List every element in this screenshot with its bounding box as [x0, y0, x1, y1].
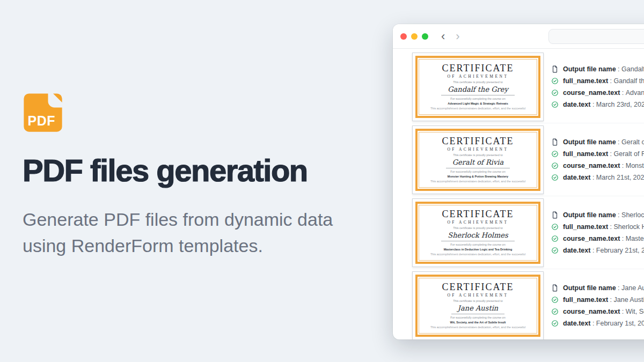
field-course-name: course_name.text : Wit, Soci: [551, 306, 644, 317]
close-window-button[interactable]: [400, 33, 407, 40]
field-full-name: full_name.text : Geralt of Riv: [551, 148, 644, 160]
check-circle-icon: [551, 235, 559, 242]
field-label: full_name.text: [563, 296, 608, 304]
zoom-window-button[interactable]: [422, 33, 428, 40]
result-row: CERTIFICATE OF ACHIEVEMENT This certific…: [412, 196, 644, 269]
field-separator: :: [616, 65, 621, 73]
field-separator: :: [620, 235, 625, 242]
file-icon: [551, 284, 559, 292]
field-list: Output file name : Geralt of R full_name…: [551, 136, 644, 183]
field-date: date.text : March 23rd, 2025: [551, 99, 644, 110]
certificate-thumbnail[interactable]: CERTIFICATE OF ACHIEVEMENT This certific…: [412, 271, 544, 340]
field-separator: :: [620, 162, 625, 169]
certificate-title: CERTIFICATE: [442, 63, 514, 73]
field-label: full_name.text: [563, 150, 608, 158]
field-date: date.text : February 21st, 20: [551, 245, 644, 256]
field-list: Output file name : Jane Aust full_name.t…: [551, 282, 644, 329]
field-label: date.text: [563, 101, 590, 108]
certificate-thumbnail[interactable]: CERTIFICATE OF ACHIEVEMENT This certific…: [412, 198, 544, 267]
check-circle-icon: [551, 308, 559, 315]
field-full-name: full_name.text : Sherlock Ho: [551, 221, 644, 233]
check-circle-icon: [551, 77, 559, 85]
file-icon: [551, 138, 559, 146]
certificate-for-line: For successfully completing the course o…: [450, 97, 505, 100]
certificate-for-line: For successfully completing the course o…: [450, 170, 505, 173]
certificate-body: CERTIFICATE OF ACHIEVEMENT This certific…: [419, 132, 537, 188]
field-label: date.text: [563, 174, 590, 181]
field-label: Output file name: [563, 138, 616, 146]
field-value: Jane Aust: [621, 284, 644, 292]
result-row: CERTIFICATE OF ACHIEVEMENT This certific…: [412, 269, 644, 339]
check-circle-icon: [551, 89, 559, 97]
minimize-window-button[interactable]: [411, 33, 418, 40]
field-date: date.text : February 1st, 2025: [551, 317, 644, 329]
field-value: February 21st, 20: [596, 247, 644, 254]
field-label: full_name.text: [563, 223, 608, 231]
check-circle-icon: [551, 247, 559, 254]
field-separator: :: [608, 150, 613, 158]
result-row: CERTIFICATE OF ACHIEVEMENT This certific…: [412, 50, 644, 123]
forward-icon[interactable]: ›: [456, 31, 459, 42]
field-value: Gandalf th: [621, 65, 644, 73]
field-separator: :: [620, 308, 625, 315]
field-separator: :: [590, 174, 596, 181]
result-row: CERTIFICATE OF ACHIEVEMENT This certific…: [412, 123, 644, 196]
certificate-course-name: Advanced Light Magic & Strategic Retreat…: [448, 102, 508, 105]
certificate-for-line: For successfully completing the course o…: [450, 316, 505, 319]
window-controls: [400, 33, 428, 40]
back-icon[interactable]: ‹: [441, 31, 445, 42]
check-circle-icon: [551, 101, 559, 108]
field-separator: :: [616, 211, 621, 219]
certificate-body: CERTIFICATE OF ACHIEVEMENT This certific…: [419, 59, 537, 115]
certificate-thumbnail[interactable]: CERTIFICATE OF ACHIEVEMENT This certific…: [412, 125, 544, 194]
field-value: Gandalf the: [613, 77, 644, 85]
certificate-body: CERTIFICATE OF ACHIEVEMENT This certific…: [419, 205, 537, 261]
check-circle-icon: [551, 320, 559, 327]
check-circle-icon: [551, 162, 559, 169]
field-output-file-name: Output file name : Gandalf th: [551, 63, 644, 75]
certificate-presented-line: This certificate is proudly presented to: [453, 299, 503, 302]
field-value: Masterc: [626, 235, 644, 242]
field-value: Monster: [626, 162, 644, 169]
field-label: Output file name: [563, 211, 616, 219]
field-label: course_name.text: [563, 235, 620, 242]
file-icon: [551, 65, 559, 73]
certificate-frame: CERTIFICATE OF ACHIEVEMENT This certific…: [415, 202, 540, 264]
certificate-footer-line: This accomplishment demonstrates dedicat…: [430, 107, 525, 110]
field-value: February 1st, 2025: [596, 320, 644, 327]
field-label: course_name.text: [563, 308, 620, 315]
field-separator: :: [620, 89, 625, 97]
field-full-name: full_name.text : Gandalf the: [551, 75, 644, 87]
certificate-presented-line: This certificate is proudly presented to: [453, 153, 503, 157]
results-list: CERTIFICATE OF ACHIEVEMENT This certific…: [393, 49, 644, 339]
pdf-icon-label: PDF: [28, 113, 56, 128]
field-course-name: course_name.text : Monster: [551, 160, 644, 172]
certificate-title: CERTIFICATE: [442, 282, 514, 292]
field-separator: :: [608, 223, 613, 231]
certificate-course-name: Masterclass in Deductive Logic and Tea D…: [444, 248, 513, 251]
field-label: Output file name: [563, 284, 616, 292]
field-output-file-name: Output file name : Sherlock H: [551, 209, 644, 221]
certificate-presented-line: This certificate is proudly presented to: [453, 226, 503, 230]
field-separator: :: [608, 296, 613, 304]
field-output-file-name: Output file name : Jane Aust: [551, 282, 644, 294]
field-value: Sherlock H: [621, 211, 644, 219]
page-subtitle: Generate PDF files from dynamic data usi…: [23, 206, 377, 260]
field-list: Output file name : Gandalf th full_name.…: [551, 63, 644, 110]
certificate-recipient-name: Geralt of Rivia: [446, 158, 510, 168]
field-label: course_name.text: [563, 162, 620, 169]
field-label: date.text: [563, 247, 590, 254]
certificate-presented-line: This certificate is proudly presented to: [453, 80, 503, 84]
field-course-name: course_name.text : Masterc: [551, 233, 644, 245]
address-bar[interactable]: [548, 29, 644, 44]
certificate-title: CERTIFICATE: [442, 136, 514, 146]
certificate-frame: CERTIFICATE OF ACHIEVEMENT This certific…: [415, 129, 540, 191]
page-title: PDF files generation: [23, 152, 377, 188]
field-label: full_name.text: [563, 77, 608, 85]
certificate-recipient-name: Gandalf the Grey: [441, 85, 515, 95]
certificate-body: CERTIFICATE OF ACHIEVEMENT This certific…: [419, 278, 537, 334]
certificate-thumbnail[interactable]: CERTIFICATE OF ACHIEVEMENT This certific…: [412, 53, 544, 121]
field-separator: :: [616, 284, 621, 292]
field-value: Jane Austin: [613, 296, 644, 304]
certificate-footer-line: This accomplishment demonstrates dedicat…: [430, 180, 525, 183]
